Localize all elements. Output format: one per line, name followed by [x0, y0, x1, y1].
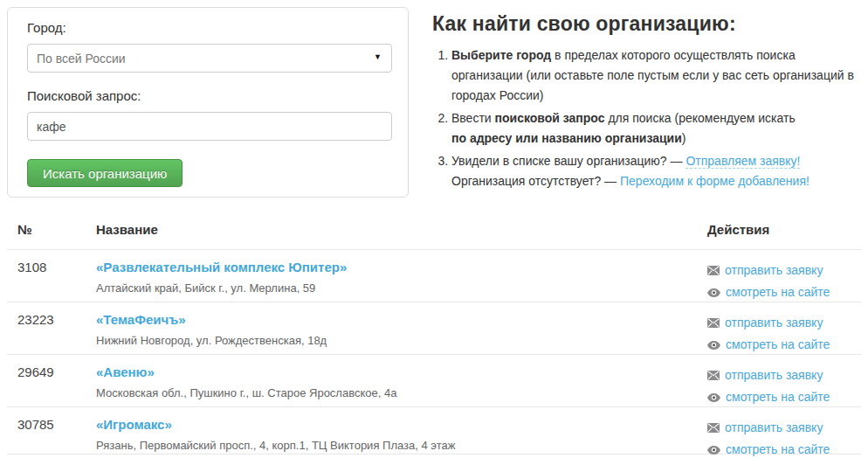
org-number: 29649 [7, 364, 96, 408]
envelope-icon [707, 371, 720, 380]
eye-icon [707, 288, 720, 297]
org-address: Нижний Новгород, ул. Рождественская, 18д [96, 334, 707, 347]
send-request-link[interactable]: отправить заявку [725, 316, 823, 330]
org-number: 3108 [7, 260, 96, 303]
header-number: № [7, 222, 96, 249]
send-request-link[interactable]: отправить заявку [725, 420, 823, 434]
help-text: по адресу или названию организации [451, 131, 682, 145]
eye-icon [707, 341, 720, 350]
help-list: Выберите город в пределах которого осуще… [432, 45, 865, 191]
org-name-link[interactable]: «ТемаФеичъ» [96, 312, 186, 327]
help-item: Выберите город в пределах которого осуще… [451, 45, 865, 106]
org-table-body: 3108«Развлекательный комплекс Юпитер»Алт… [7, 249, 861, 455]
help-text: Увидели в списке вашу организацию? — [451, 154, 685, 168]
help-text: ) [682, 131, 686, 145]
table-row: 29649«Авеню»Московская обл., Пушкино г.,… [7, 354, 861, 406]
table-row: 23223«ТемаФеичъ»Нижний Новгород, ул. Рож… [7, 302, 861, 354]
help-text: Организация отсутствует? — [451, 174, 620, 188]
help-text: поисковой запрос [495, 111, 605, 125]
table-row: 3108«Развлекательный комплекс Юпитер»Алт… [7, 249, 861, 302]
org-name-link[interactable]: «Развлекательный комплекс Юпитер» [96, 260, 347, 274]
view-on-site-link[interactable]: смотреть на сайте [726, 390, 830, 404]
org-number: 30785 [7, 417, 96, 458]
search-panel: Город: По всей России ▼ Поисковой запрос… [7, 7, 409, 198]
view-on-site-link[interactable]: смотреть на сайте [726, 442, 830, 456]
help-item: Ввести поисковой запрос для поиска (реко… [451, 108, 865, 149]
table-header-row: № Название Действия [7, 212, 861, 249]
header-name: Название [96, 222, 707, 249]
org-address: Рязань, Первомайский просп., 4, корп.1, … [96, 439, 707, 452]
send-request-link[interactable]: отправить заявку [725, 263, 823, 277]
city-label: Город: [27, 19, 392, 36]
envelope-icon [707, 266, 720, 275]
org-number: 23223 [7, 312, 96, 356]
help-text: Ввести [451, 111, 495, 125]
query-label: Поисковой запрос: [27, 87, 392, 104]
org-address: Алтайский край, Бийск г., ул. Мерлина, 5… [96, 281, 707, 295]
org-table: № Название Действия 3108«Развлекательный… [7, 212, 861, 455]
org-name-link[interactable]: «Авеню» [96, 364, 155, 379]
search-query-input[interactable] [27, 112, 392, 141]
table-row: 30785«Игромакс»Рязань, Первомайский прос… [7, 406, 861, 454]
help-text: для поиска (рекомендуем искать [605, 111, 796, 125]
city-select[interactable]: По всей России [27, 44, 392, 73]
help-link[interactable]: Отправляем заявку! [685, 154, 800, 169]
eye-icon [707, 446, 720, 455]
help-title: Как найти свою организацию: [432, 12, 865, 36]
help-text: Выберите город [451, 48, 551, 62]
help-section: Как найти свою организацию: Выберите гор… [432, 12, 865, 194]
view-on-site-link[interactable]: смотреть на сайте [726, 337, 830, 351]
search-button[interactable]: Искать организацию [27, 159, 183, 187]
city-select-wrap: По всей России ▼ [27, 44, 392, 73]
envelope-icon [707, 423, 720, 433]
view-on-site-link[interactable]: смотреть на сайте [726, 285, 830, 299]
help-link[interactable]: Переходим к форме добавления! [620, 174, 809, 188]
org-address: Московская обл., Пушкино г., ш. Старое Я… [96, 386, 707, 399]
envelope-icon [707, 318, 720, 328]
send-request-link[interactable]: отправить заявку [725, 368, 823, 382]
org-name-link[interactable]: «Игромакс» [96, 417, 172, 432]
help-item: Увидели в списке вашу организацию? — Отп… [451, 151, 865, 191]
eye-icon [707, 393, 720, 402]
header-actions: Действия [707, 222, 861, 249]
